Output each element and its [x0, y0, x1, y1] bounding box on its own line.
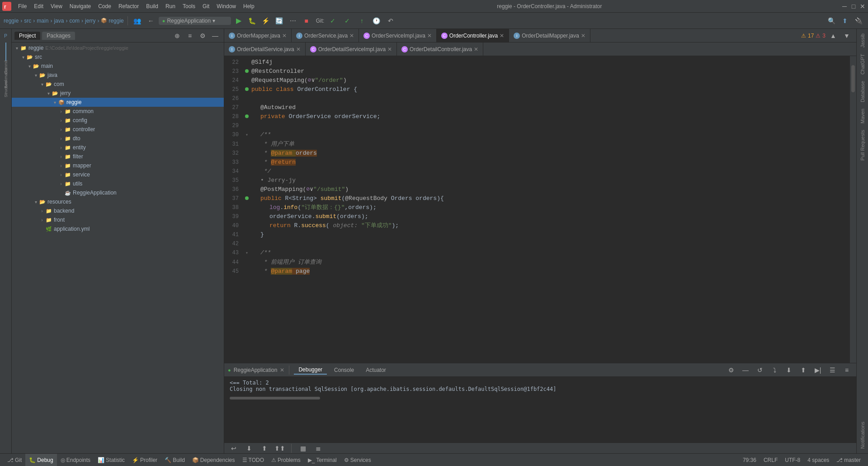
left-icon-structure[interactable]: Structure [1, 84, 11, 94]
tab-close-orderservice[interactable]: ✕ [349, 33, 354, 39]
search-button[interactable]: 🔍 [826, 15, 837, 27]
code-content-area[interactable]: 22 @Slf4j 23 @RestController 24 @Request… [224, 56, 850, 363]
menu-build[interactable]: Build [142, 2, 162, 10]
tree-item-com[interactable]: ▾ 📂 com [12, 80, 224, 89]
fold-icon-43[interactable]: ▾ [245, 249, 248, 258]
tab-orderservice[interactable]: I OrderService.java ✕ [292, 29, 359, 43]
statusbar-services[interactable]: ⚙ Services [340, 454, 375, 466]
breadcrumb-main[interactable]: main [37, 18, 48, 24]
tab-close-orderdetailmapper[interactable]: ✕ [581, 33, 585, 39]
debug-tab-actuator[interactable]: Actuator [361, 366, 391, 374]
tree-item-resources[interactable]: ▾ 📂 resources [12, 197, 224, 206]
project-settings-icon[interactable]: ⚙ [197, 30, 208, 42]
right-icon-database[interactable]: Database [859, 78, 866, 105]
menu-edit[interactable]: Edit [30, 2, 47, 10]
breakpoint-dot-25[interactable] [245, 87, 249, 91]
tab-close-orderdetailservice[interactable]: ✕ [296, 46, 301, 52]
debug-run-to-cursor-icon[interactable]: ▶| [812, 364, 824, 376]
scrollbar-thumb[interactable] [851, 65, 855, 92]
project-add-icon[interactable]: ⊕ [171, 30, 183, 42]
debug-stepinto-icon[interactable]: ⬇ [783, 364, 795, 376]
tree-item-java[interactable]: ▾ 📂 java [12, 71, 224, 80]
statusbar-problems[interactable]: ⚠ Problems [268, 454, 304, 466]
git-rollback-icon[interactable]: ↶ [385, 15, 396, 27]
breadcrumb-jerry[interactable]: jerry [85, 18, 95, 24]
debug-footer-icon5[interactable]: ▦ [297, 442, 309, 454]
debug-tab-close[interactable]: ✕ [280, 367, 284, 373]
menu-code[interactable]: Code [94, 2, 115, 10]
statusbar-debug[interactable]: 🐛 Debug [25, 454, 57, 466]
statusbar-build[interactable]: 🔨 Build [161, 454, 189, 466]
debug-tab-console[interactable]: Console [330, 366, 359, 374]
menu-window[interactable]: Window [213, 2, 240, 10]
debug-vars-icon[interactable]: ≡ [841, 364, 853, 376]
tab-close-orderdetailserviceimpl[interactable]: ✕ [387, 46, 392, 52]
tree-item-front[interactable]: › 📁 front [12, 215, 224, 224]
git-push-icon[interactable]: ↑ [356, 15, 368, 27]
tree-item-controller[interactable]: › 📁 controller [12, 125, 224, 134]
tab-ordercontroller[interactable]: C OrderController.java ✕ [437, 29, 509, 43]
debug-stepout-icon[interactable]: ⬆ [797, 364, 809, 376]
breakpoint-dot[interactable] [245, 69, 249, 73]
menu-git[interactable]: Git [199, 2, 213, 10]
statusbar-charset[interactable]: UTF-8 [781, 454, 804, 466]
stop-button[interactable]: ■ [301, 15, 312, 27]
debug-footer-icon2[interactable]: ⬇ [243, 442, 255, 454]
debug-settings-icon[interactable]: ⚙ [725, 364, 737, 376]
tree-item-common[interactable]: › 📁 common [12, 107, 224, 116]
breakpoint-dot-37[interactable] [245, 196, 249, 200]
tree-item-src[interactable]: ▾ 📂 src [12, 52, 224, 62]
coverage-button[interactable]: ⚡ [260, 15, 272, 27]
tree-item-entity[interactable]: › 📁 entity [12, 143, 224, 152]
debug-scrollbar-h[interactable] [230, 397, 851, 410]
tree-item-dto[interactable]: › 📁 dto [12, 134, 224, 143]
statusbar-crlf[interactable]: CRLF [760, 454, 781, 466]
tree-item-application-yml[interactable]: › 🌿 application.yml [12, 224, 224, 233]
menu-run[interactable]: Run [162, 2, 179, 10]
statusbar-git[interactable]: ⎇ Git [4, 454, 25, 466]
statusbar-terminal[interactable]: ▶_ Terminal [304, 454, 340, 466]
ide-update-icon[interactable]: ⬆ [839, 15, 851, 27]
breadcrumb-com[interactable]: com [69, 18, 80, 24]
plugins-icon[interactable]: 🔌 [853, 15, 864, 27]
statusbar-statistic[interactable]: 📊 Statistic [94, 454, 128, 466]
debug-restart-icon[interactable]: ↺ [754, 364, 766, 376]
debug-footer-icon4[interactable]: ⬆⬆ [274, 442, 286, 454]
debug-footer-icon6[interactable]: ≣ [312, 442, 324, 454]
tab-close-ordercontroller[interactable]: ✕ [500, 33, 504, 39]
scrollbar-right[interactable] [850, 56, 856, 363]
debug-footer-icon1[interactable]: ↩ [228, 442, 240, 454]
tab-close-orderserviceimpl[interactable]: ✕ [427, 33, 432, 39]
tree-item-filter[interactable]: › 📁 filter [12, 152, 224, 161]
tab-orderdetailservice[interactable]: I OrderDetailService.java ✕ [224, 43, 306, 56]
menu-help[interactable]: Help [240, 2, 258, 10]
run-button[interactable]: ▶ [233, 15, 245, 27]
right-icon-chatgpt[interactable]: ChatGPT [859, 51, 866, 77]
more-run-button[interactable]: ⋯ [287, 15, 299, 27]
menu-refactor[interactable]: Refactor [115, 2, 142, 10]
breadcrumb-java[interactable]: java [54, 18, 64, 24]
tab-project[interactable]: Project [14, 32, 40, 40]
breakpoint-dot-28[interactable] [245, 114, 249, 118]
menu-tools[interactable]: Tools [179, 2, 199, 10]
statusbar-profiler[interactable]: ⚡ Profiler [128, 454, 161, 466]
tree-item-reggie-root[interactable]: ▾ 📁 reggie E:\CodeLife\IdeaProject\reggi… [12, 43, 224, 52]
menu-file[interactable]: File [14, 2, 30, 10]
tree-item-utils[interactable]: › 📁 utils [12, 179, 224, 188]
tree-item-config[interactable]: › 📁 config [12, 116, 224, 125]
tab-orderdetailmapper[interactable]: I OrderDetailMapper.java ✕ [509, 29, 590, 43]
maximize-button[interactable]: □ [850, 3, 857, 10]
close-button[interactable]: ✕ [859, 3, 866, 10]
debug-stepover-icon[interactable]: ⤵ [769, 364, 780, 376]
debug-frames-icon[interactable]: ☰ [826, 364, 838, 376]
menu-navigate[interactable]: Navigate [66, 2, 94, 10]
tab-close-orderdetailcontroller[interactable]: ✕ [474, 46, 478, 52]
back-icon[interactable]: ← [145, 15, 157, 27]
tab-orderserviceimpl[interactable]: C OrderServiceImpl.java ✕ [359, 29, 437, 43]
tree-item-reggie-pkg[interactable]: ▾ 📦 reggie [12, 98, 224, 107]
tab-packages[interactable]: Packages [42, 32, 75, 40]
debug-close-icon[interactable]: — [740, 364, 751, 376]
left-icon-project[interactable]: P [1, 31, 11, 41]
statusbar-position[interactable]: 79:36 [739, 454, 760, 466]
debug-tab-debugger[interactable]: Debugger [294, 366, 327, 375]
